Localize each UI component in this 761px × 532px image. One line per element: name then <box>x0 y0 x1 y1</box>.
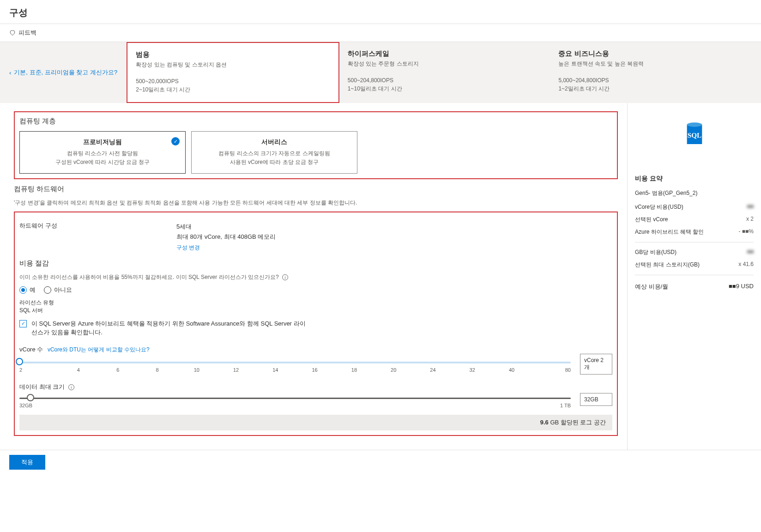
data-size-label: 데이터 최대 크기 <box>19 383 65 390</box>
legacy-tier-link[interactable]: ‹ 기본, 표준, 프리미엄을 찾고 계신가요? <box>0 42 127 103</box>
info-icon[interactable]: i <box>282 274 288 280</box>
info-icon[interactable]: i <box>68 384 74 390</box>
vcore-ticks: 246810121416182024324080 <box>19 367 571 373</box>
radio-no[interactable]: 아니요 <box>44 286 72 294</box>
page-title: 구성 <box>0 0 761 24</box>
feedback-label: 피드백 <box>18 29 36 37</box>
footer-bar: 적용 <box>0 450 761 474</box>
log-space-info: 9.6 GB 할당된 로그 공간 <box>19 415 612 430</box>
compute-hw-heading: 컴퓨팅 하드웨어 <box>14 185 618 193</box>
cost-savings-desc: 이미 소유한 라이선스를 사용하여 비용을 55%까지 절감하세요. 이미 SQ… <box>19 274 279 280</box>
hw-generation: 5세대 <box>176 222 276 232</box>
sql-logo-icon: SQL <box>682 121 707 147</box>
compute-card-serverless[interactable]: 서버리스 컴퓨팅 리소스의 크기가 자동으로 스케일링됨 사용된 vCore에 … <box>191 131 357 174</box>
cost-sku: Gen5- 범용(GP_Gen5_2) <box>635 189 754 197</box>
tier-tab-hyperscale[interactable]: 하이퍼스케일 확장성 있는 주문형 스토리지 500~204,800IOPS 1… <box>339 42 550 103</box>
compute-hw-desc: '구성 변경'을 클릭하여 메모리 최적화 옵션 및 컴퓨팅 최적화 옵션을 포… <box>14 199 618 207</box>
data-size-value[interactable]: 32GB <box>580 393 612 406</box>
license-type-label: 라이선스 유형 <box>19 299 612 307</box>
vcores-help-link[interactable]: vCore와 DTU는 어떻게 비교할 수있나요? <box>48 346 150 353</box>
hw-spec: 최대 80개 vCore, 최대 408GB 메모리 <box>176 232 276 242</box>
checkbox-icon: ✓ <box>19 320 27 327</box>
compute-card-provisioned[interactable]: ✓ 프로비저닝됨 컴퓨팅 리소스가 사전 할당됨 구성된 vCore에 따라 시… <box>19 131 186 174</box>
est-cost-label: 예상 비용/월 <box>635 283 668 291</box>
heart-icon <box>9 30 16 36</box>
service-tier-section: ‹ 기본, 표준, 프리미엄을 찾고 계신가요? 범용 확장성 있는 컴퓨팅 및… <box>0 42 761 103</box>
svg-point-0 <box>687 122 702 127</box>
radio-icon <box>19 286 27 294</box>
cost-summary-panel: SQL 비용 요약 Gen5- 범용(GP_Gen5_2) vCore당 비용(… <box>627 103 761 450</box>
est-cost-value: ■■9 USD <box>729 283 754 291</box>
chevron-left-icon: ‹ <box>9 69 11 76</box>
hw-config-label: 하드웨어 구성 <box>19 222 149 252</box>
radio-yes[interactable]: 예 <box>19 286 36 294</box>
check-icon: ✓ <box>171 137 180 145</box>
vcores-label: vCore 수 <box>19 346 43 353</box>
tier-tab-general-purpose[interactable]: 범용 확장성 있는 컴퓨팅 및 스토리지 옵션 500~20,000IOPS 2… <box>127 42 339 103</box>
data-size-slider[interactable] <box>19 398 571 399</box>
cost-savings-heading: 비용 절감 <box>19 259 612 268</box>
config-details-section: 하드웨어 구성 5세대 최대 80개 vCore, 최대 408GB 메모리 구… <box>14 212 618 435</box>
apply-button[interactable]: 적용 <box>9 455 45 470</box>
vcores-slider[interactable] <box>19 362 571 363</box>
cost-summary-heading: 비용 요약 <box>635 175 754 183</box>
feedback-link[interactable]: 피드백 <box>0 24 761 42</box>
compute-tier-heading: 컴퓨팅 계층 <box>19 117 612 126</box>
change-config-link[interactable]: 구성 변경 <box>176 244 200 251</box>
radio-icon <box>44 286 51 294</box>
license-type-value: SQL 서버 <box>19 307 612 314</box>
hybrid-benefit-checkbox[interactable]: ✓ 이 SQL Server용 Azure 하이브리드 혜택을 적용하기 위한 … <box>19 319 612 337</box>
vcores-value: vCore 2개 <box>580 354 612 375</box>
tier-tab-business-critical[interactable]: 중요 비즈니스용 높은 트랜잭션 속도 및 높은 복원력 5,000~204,8… <box>550 42 761 103</box>
svg-text:SQL: SQL <box>687 131 701 139</box>
compute-tier-section: 컴퓨팅 계층 ✓ 프로비저닝됨 컴퓨팅 리소스가 사전 할당됨 구성된 vCor… <box>14 111 618 179</box>
